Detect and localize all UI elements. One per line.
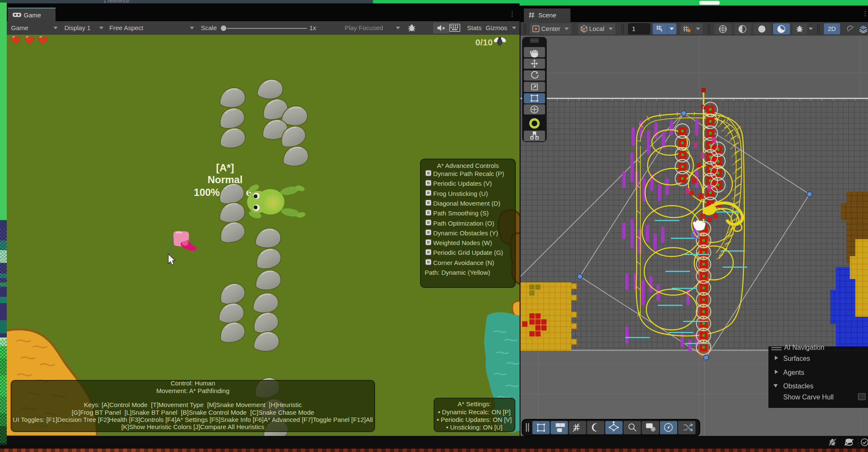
- svg-text:Dynamic Path Recalc (P): Dynamic Path Recalc (P): [433, 170, 504, 177]
- svg-text:Keys: [A]Control Mode [T]Move: Keys: [A]Control Mode [T]Movement Type […: [84, 401, 302, 408]
- svg-text:AI Navigation: AI Navigation: [784, 344, 824, 351]
- svg-text:[K]Show Heuristic Colors [J]Co: [K]Show Heuristic Colors [J]Compare All …: [121, 423, 264, 430]
- svg-text:Periodic Updates (V): Periodic Updates (V): [433, 180, 492, 187]
- svg-text:• Periodic Updates: ON [V]: • Periodic Updates: ON [V]: [437, 416, 512, 423]
- svg-text:A* Advanced Controls: A* Advanced Controls: [437, 162, 499, 169]
- svg-text:Path: Dynamic (Yellow): Path: Dynamic (Yellow): [425, 269, 490, 276]
- svg-text:100%: 100%: [194, 187, 220, 198]
- svg-text:Frog Unsticking (U): Frog Unsticking (U): [433, 190, 488, 197]
- svg-text:A* Settings:: A* Settings:: [458, 400, 491, 407]
- svg-text:Path Optimization (O): Path Optimization (O): [433, 220, 494, 227]
- svg-text:Agents: Agents: [783, 369, 804, 376]
- svg-text:Path Smoothing (S): Path Smoothing (S): [433, 209, 489, 217]
- svg-text:Obstacles: Obstacles: [783, 382, 813, 390]
- svg-text:Show Carve Hull: Show Carve Hull: [783, 393, 834, 401]
- svg-text:Diagonal Movement (D): Diagonal Movement (D): [433, 200, 500, 207]
- svg-text:Surfaces: Surfaces: [783, 355, 810, 362]
- svg-text:Control: Human: Control: Human: [170, 379, 215, 387]
- svg-text:[G]Frog BT Panel [L]Snake BT: [G]Frog BT Panel [L]Snake BT Panel [B]Sn…: [72, 409, 314, 416]
- svg-text:Movement: A* Pathfinding: Movement: A* Pathfinding: [156, 387, 230, 394]
- svg-text:[A*]: [A*]: [216, 162, 234, 173]
- svg-text:• Unsticking: ON [U]: • Unsticking: ON [U]: [446, 424, 503, 431]
- svg-text:Y: Y: [660, 29, 663, 33]
- svg-text:Weighted Nodes (W): Weighted Nodes (W): [433, 239, 492, 246]
- svg-text:• Dynamic Recalc: ON [P]: • Dynamic Recalc: ON [P]: [438, 408, 510, 416]
- svg-text:Periodic Grid Update (G): Periodic Grid Update (G): [433, 249, 503, 256]
- svg-text:0/10: 0/10: [476, 37, 493, 47]
- svg-text:Corner Avoidance (N): Corner Avoidance (N): [433, 259, 494, 266]
- svg-text:Dynamic Obstacles (Y): Dynamic Obstacles (Y): [433, 229, 498, 237]
- svg-text:UI Toggles: [F1]Decision Tree: UI Toggles: [F1]Decision Tree [F2]Health…: [13, 416, 373, 423]
